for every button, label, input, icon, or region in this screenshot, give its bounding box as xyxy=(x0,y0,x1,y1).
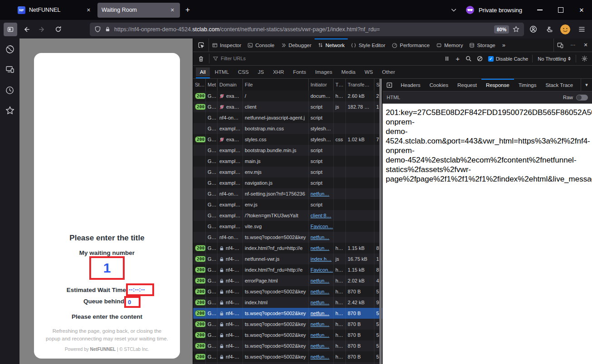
network-request-row[interactable]: 200G…nf4-…index.html?nf_rdu=http://enetf… xyxy=(193,243,382,254)
more-tabs-icon[interactable]: » xyxy=(499,38,509,52)
forward-button[interactable] xyxy=(35,23,49,36)
back-button[interactable] xyxy=(19,23,33,36)
network-request-row[interactable]: G…exampl…env.jsscript xyxy=(193,199,382,210)
type-filter-html[interactable]: HTML xyxy=(211,67,233,77)
network-request-row[interactable]: 200G…nf4-…ts.wseq?opcode=5002&keynetfun…… xyxy=(193,362,382,364)
disable-cache-control[interactable]: ✓ Disable Cache xyxy=(486,56,530,62)
initiator-link[interactable]: netfun… xyxy=(311,343,330,349)
network-request-row[interactable]: 200G…nf4-…ts.wseq?opcode=5002&keynetfun…… xyxy=(193,330,382,340)
type-filter-images[interactable]: Images xyxy=(311,67,336,77)
initiator-link[interactable]: netfun… xyxy=(311,332,330,338)
network-settings-gear-icon[interactable] xyxy=(578,55,590,62)
initiator-link[interactable]: netfun… xyxy=(311,300,330,305)
detail-tabs-dropdown-icon[interactable]: ▾ xyxy=(581,79,592,91)
raw-toggle-switch[interactable] xyxy=(576,95,588,101)
initiator-link[interactable]: Favicon… xyxy=(311,267,333,273)
network-request-row[interactable]: 200G…nf4-…ts.wseq?opcode=5002&keynetfun…… xyxy=(193,351,382,362)
request-list-scrollbar[interactable] xyxy=(379,79,382,364)
ai-chatbot-icon[interactable] xyxy=(4,43,16,56)
network-request-row[interactable]: 200G…nf4-…index.htmlnetfun…h…2.42 kB9… xyxy=(193,297,382,308)
profile-avatar[interactable] xyxy=(560,24,570,34)
synced-tabs-icon[interactable] xyxy=(4,63,16,76)
column-header-file[interactable]: File xyxy=(243,79,309,91)
add-request-icon[interactable]: + xyxy=(453,55,463,62)
column-header-initiator[interactable]: Initiator xyxy=(309,79,334,91)
detail-tab-response[interactable]: Response xyxy=(481,79,514,91)
browser-tab-netfunnel[interactable]: NFNetFUNNEL✕ xyxy=(14,3,96,18)
type-filter-other[interactable]: Other xyxy=(378,67,399,77)
sidebar-toggle-icon[interactable] xyxy=(4,23,17,36)
network-request-row[interactable]: 200G…nf4-…ts.wseq?opcode=5002&keynetfun…… xyxy=(193,319,382,330)
devtools-tab-style-editor[interactable]: Style Editor xyxy=(348,38,388,52)
initiator-link[interactable]: netfun… xyxy=(311,278,330,283)
clear-requests-icon[interactable] xyxy=(195,56,207,62)
type-filter-xhr[interactable]: XHR xyxy=(269,67,288,77)
url-bar[interactable]: https://nf4-onprem-demo-4524.stclab.com/… xyxy=(90,23,524,36)
list-all-tabs-icon[interactable] xyxy=(446,0,462,20)
initiator-link[interactable]: netfun… xyxy=(311,235,330,240)
network-request-row[interactable]: G…exampl…vite.svgFavicon… xyxy=(193,221,382,232)
network-request-row[interactable]: G…exampl…/?token=gmTKU3wsYaItclient:8… xyxy=(193,210,382,221)
type-filter-fonts[interactable]: Fonts xyxy=(289,67,310,77)
network-request-row[interactable]: G…exampl…navigation.jsscript xyxy=(193,177,382,188)
network-request-row[interactable]: 200G…nf4-…ts.wseq?opcode=5002&keynetfun…… xyxy=(193,308,382,319)
network-request-row[interactable]: 200G…nf4-…errorPage.htmlnetfun…h…2.02 kB… xyxy=(193,275,382,286)
network-request-row[interactable]: 200G…nf4-…netfunnel-vwr.jsindex.h…js16.7… xyxy=(193,254,382,264)
type-filter-js[interactable]: JS xyxy=(254,67,268,77)
initiator-link[interactable]: Favicon… xyxy=(311,224,333,229)
maximize-button[interactable] xyxy=(550,0,571,20)
extensions-icon[interactable] xyxy=(542,23,556,36)
network-request-row[interactable]: G…nf4-on…nf-setting.json?nf=1756236netfu… xyxy=(193,188,382,199)
type-filter-css[interactable]: CSS xyxy=(234,67,253,77)
type-filter-media[interactable]: Media xyxy=(337,67,359,77)
network-request-row[interactable]: 200G…nf4-…ts.wseq?opcode=5002&keynetfun…… xyxy=(193,286,382,297)
type-filter-all[interactable]: All xyxy=(196,67,210,77)
devtools-tab-inspector[interactable]: Inspector xyxy=(209,38,244,52)
network-request-row[interactable]: G…exampl…bootstrap.bundle.min.jsscript xyxy=(193,145,382,156)
initiator-link[interactable]: netfun… xyxy=(311,191,330,196)
column-header-transfe-[interactable]: Transfe… xyxy=(346,79,374,91)
type-filter-ws[interactable]: WS xyxy=(360,67,377,77)
column-header-t-[interactable]: T… xyxy=(334,79,346,91)
network-request-row[interactable]: G…exampl…main.jsscript xyxy=(193,156,382,167)
network-request-row[interactable]: 200G…exa…styles.cssstylesh…css1.02 kB7… xyxy=(193,134,382,145)
network-request-row[interactable]: 200G…nf4-…index.html?nf_rdu=http://eFavi… xyxy=(193,264,382,275)
network-request-row[interactable]: 200G…exa…clientscriptjs182.78 …1… xyxy=(193,101,382,112)
network-request-row[interactable]: G…nf4-on…ts.wseq?opcode=5002&keynetfun… xyxy=(193,232,382,243)
devtools-tab-network[interactable]: Network xyxy=(315,38,348,52)
menu-hamburger-icon[interactable] xyxy=(575,23,588,36)
initiator-link[interactable]: netfun… xyxy=(311,245,330,251)
minimize-button[interactable] xyxy=(529,0,550,20)
column-header-st-[interactable]: St… xyxy=(193,79,206,91)
initiator-link[interactable]: netfun… xyxy=(311,311,330,316)
network-request-row[interactable]: G…nf4-on…netfunnel-javascript-agent.jscr… xyxy=(193,112,382,123)
initiator-link[interactable]: netfun… xyxy=(311,321,330,327)
tracking-shield-icon[interactable] xyxy=(94,26,101,33)
initiator-link[interactable]: netfun… xyxy=(311,289,330,294)
detail-tab-stack-trace[interactable]: Stack Trace xyxy=(541,79,578,91)
detail-tab-headers[interactable]: Headers xyxy=(396,79,425,91)
history-icon[interactable] xyxy=(4,84,16,96)
checkbox-checked-icon[interactable]: ✓ xyxy=(488,56,494,62)
new-tab-button[interactable]: + xyxy=(180,3,195,18)
network-request-row[interactable]: 200G…nf4-…ts.wseq?opcode=5002&keynetfun…… xyxy=(193,340,382,351)
tab-close-icon[interactable]: ✕ xyxy=(85,7,92,13)
throttling-select[interactable]: No Throttling xyxy=(535,56,573,62)
response-preview[interactable]: 201:key=27C5BE08D2F842FDD19500726DB565F8… xyxy=(383,104,592,364)
devtools-close-icon[interactable]: ✕ xyxy=(579,38,592,52)
network-request-row[interactable]: G…exampl…env.mjsscript xyxy=(193,167,382,177)
close-button[interactable]: ✕ xyxy=(571,0,592,20)
network-request-row[interactable]: 200G…exa…/docum…h…2.60 kB2… xyxy=(193,91,382,101)
network-action-icon[interactable] xyxy=(383,79,396,91)
pick-element-icon[interactable] xyxy=(193,38,209,52)
detail-tab-request[interactable]: Request xyxy=(453,79,481,91)
filter-urls-input[interactable]: Filter URLs xyxy=(209,54,441,63)
zoom-level-badge[interactable]: 80% xyxy=(494,25,509,34)
bookmarks-icon[interactable] xyxy=(4,104,16,117)
devtools-tab-debugger[interactable]: Debugger xyxy=(278,38,315,52)
search-icon[interactable] xyxy=(464,56,474,62)
detail-tab-cookies[interactable]: Cookies xyxy=(425,79,453,91)
initiator-link[interactable]: netfun… xyxy=(311,354,330,359)
connection-lock-icon[interactable] xyxy=(105,26,111,32)
bookmark-star-icon[interactable] xyxy=(513,26,519,33)
